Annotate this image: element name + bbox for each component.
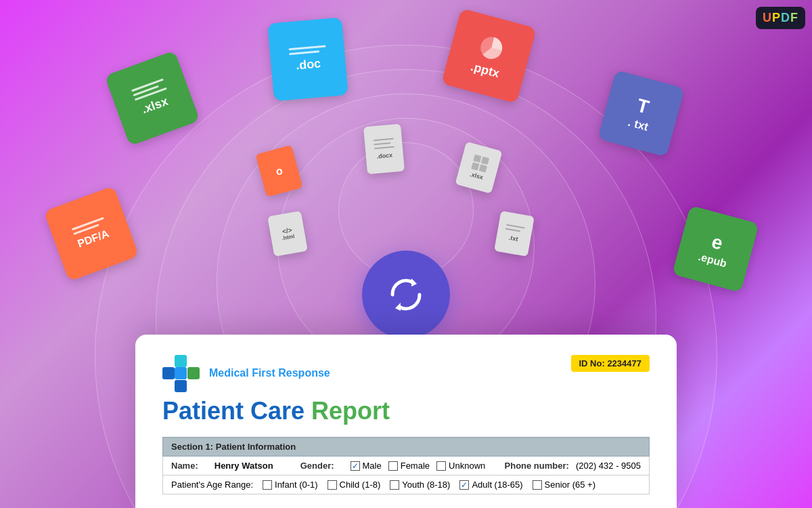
updf-p: P (772, 11, 781, 24)
age-child-checkbox[interactable] (328, 480, 337, 490)
name-label: Name: (171, 461, 198, 471)
doc-logo-area: Medical First Response (162, 355, 330, 392)
age-senior-label: Senior (65 +) (545, 480, 596, 490)
age-adult-checkbox[interactable]: ✓ (459, 480, 469, 490)
gender-male-checkbox[interactable]: ✓ (351, 461, 360, 471)
report-title-report: Report (311, 397, 390, 425)
file-label-txt-small: .txt (508, 234, 518, 242)
doc-header: Medical First Response ID No: 2234477 (162, 355, 650, 392)
gender-female-checkbox[interactable] (388, 461, 398, 471)
file-label-xlsx-large: .xlsx (140, 94, 171, 117)
section1-header: Section 1: Patient Information (162, 437, 650, 457)
file-label-html-small: .html (281, 233, 295, 241)
file-icon-docx-small: .docx (363, 124, 405, 175)
age-youth-item: Youth (8-18) (390, 480, 450, 490)
gender-label: Gender: (300, 461, 334, 471)
file-icon-html-small: </> .html (267, 211, 308, 257)
file-label-xlsx-small: .xlsx (469, 171, 484, 181)
updf-u: U (763, 11, 772, 24)
age-senior-checkbox[interactable] (533, 480, 542, 490)
updf-logo: UPDF (756, 7, 805, 29)
phone-label: Phone number: (505, 461, 569, 471)
svg-rect-6 (187, 367, 200, 379)
report-title-patient: Patient Care (162, 397, 311, 425)
document-panel: Medical First Response ID No: 2234477 Pa… (135, 335, 677, 508)
gender-unknown-checkbox[interactable] (436, 461, 446, 471)
age-youth-checkbox[interactable] (390, 480, 399, 490)
report-title: Patient Care Report (162, 398, 650, 425)
age-child-label: Child (1-8) (340, 480, 381, 490)
gender-female-item: Female (388, 461, 430, 471)
file-label-docx-small: .docx (376, 152, 392, 160)
age-adult-label: Adult (18-65) (472, 480, 522, 490)
phone-value: (202) 432 - 9505 (576, 461, 641, 471)
age-child-item: Child (1-8) (328, 480, 381, 490)
file-label-epub-large: .epub (697, 251, 728, 270)
svg-marker-1 (411, 278, 417, 287)
age-infant-checkbox[interactable] (263, 480, 272, 490)
age-adult-item: ✓ Adult (18-65) (459, 480, 522, 490)
updf-f: F (790, 11, 798, 24)
org-info: Medical First Response (209, 367, 330, 381)
medical-cross-logo (162, 355, 200, 392)
id-badge: ID No: 2234477 (571, 355, 650, 372)
age-range-label: Patient's Age Range: (171, 480, 253, 490)
age-senior-item: Senior (65 +) (533, 480, 596, 490)
gender-unknown-item: Unknown (436, 461, 485, 471)
patient-info-row: Name: Henry Watson Gender: ✓ Male Female… (162, 457, 650, 475)
gender-options: ✓ Male Female Unknown (351, 461, 486, 471)
updf-d: D (781, 11, 790, 24)
sync-circle[interactable] (362, 251, 450, 339)
file-icon-doc-large: .doc (267, 17, 348, 101)
svg-rect-7 (175, 380, 187, 392)
age-youth-label: Youth (8-18) (402, 480, 450, 490)
phone-section: Phone number: (202) 432 - 9505 (505, 461, 641, 471)
gender-male-item: ✓ Male (351, 461, 382, 471)
gender-female-label: Female (401, 461, 430, 471)
org-name: Medical First Response (209, 367, 330, 379)
svg-rect-5 (175, 367, 187, 379)
svg-rect-4 (162, 367, 175, 379)
file-label-doc-large: .doc (295, 56, 321, 72)
svg-marker-2 (395, 303, 401, 311)
sync-icon (386, 274, 426, 315)
gender-male-label: Male (363, 461, 382, 471)
gender-unknown-label: Unknown (449, 461, 485, 471)
file-icon-txt-small: .txt (494, 211, 535, 257)
age-infant-item: Infant (0-1) (263, 480, 318, 490)
age-infant-label: Infant (0-1) (275, 480, 318, 490)
patient-name: Henry Watson (215, 461, 273, 471)
file-label-txt-large: . txt (627, 115, 650, 133)
svg-rect-3 (175, 355, 187, 367)
age-range-row: Patient's Age Range: Infant (0-1) Child … (162, 475, 650, 494)
